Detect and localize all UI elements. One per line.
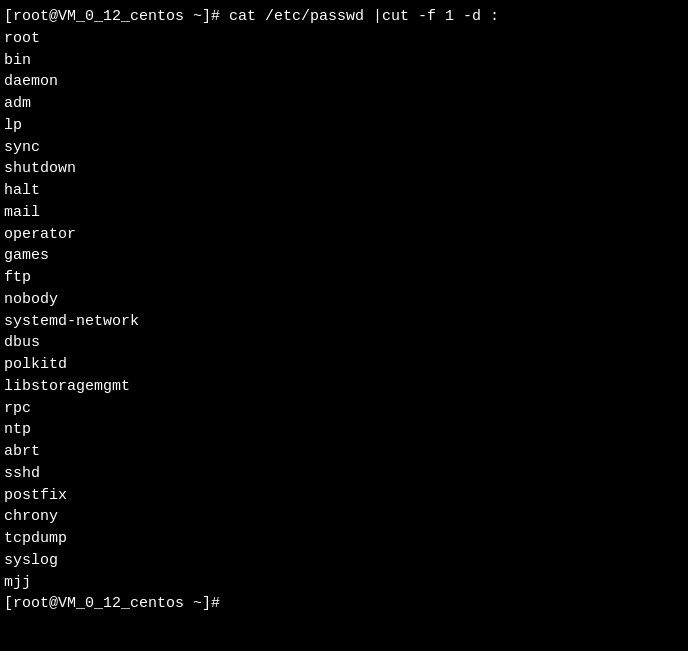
output-line: sshd bbox=[4, 463, 684, 485]
output-line: lp bbox=[4, 115, 684, 137]
output-line: abrt bbox=[4, 441, 684, 463]
output-line: operator bbox=[4, 224, 684, 246]
output-line: chrony bbox=[4, 506, 684, 528]
output-line: postfix bbox=[4, 485, 684, 507]
output-line: shutdown bbox=[4, 158, 684, 180]
output-line: rpc bbox=[4, 398, 684, 420]
output-line: nobody bbox=[4, 289, 684, 311]
output-line: dbus bbox=[4, 332, 684, 354]
output-line: libstoragemgmt bbox=[4, 376, 684, 398]
output-line: polkitd bbox=[4, 354, 684, 376]
output-line: halt bbox=[4, 180, 684, 202]
output-line: systemd-network bbox=[4, 311, 684, 333]
output-line: tcpdump bbox=[4, 528, 684, 550]
output-line: adm bbox=[4, 93, 684, 115]
prompt-line: [root@VM_0_12_centos ~]# bbox=[4, 593, 684, 615]
output-line: syslog bbox=[4, 550, 684, 572]
output-line: bin bbox=[4, 50, 684, 72]
output-line: mjj bbox=[4, 572, 684, 594]
output-line: sync bbox=[4, 137, 684, 159]
output-line: daemon bbox=[4, 71, 684, 93]
output-line: games bbox=[4, 245, 684, 267]
output-line: ftp bbox=[4, 267, 684, 289]
output-line: mail bbox=[4, 202, 684, 224]
output-line: ntp bbox=[4, 419, 684, 441]
terminal-window[interactable]: [root@VM_0_12_centos ~]# cat /etc/passwd… bbox=[0, 0, 688, 651]
output-line: root bbox=[4, 28, 684, 50]
command-line: [root@VM_0_12_centos ~]# cat /etc/passwd… bbox=[4, 6, 684, 28]
